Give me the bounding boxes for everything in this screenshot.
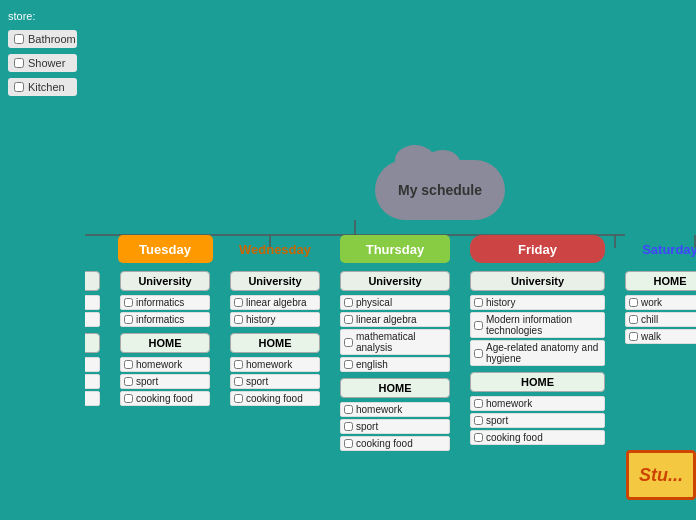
cb[interactable] (234, 315, 243, 324)
friday-university-box: University (470, 271, 605, 291)
shower-checkbox[interactable] (14, 58, 24, 68)
day-friday-col: Friday University history Modern informa… (460, 235, 615, 457)
tuesday-home-list: homework sport cooking food (120, 357, 210, 408)
shower-item[interactable]: Shower (8, 54, 77, 72)
cb[interactable] (474, 399, 483, 408)
list-item[interactable]: walk (625, 329, 696, 344)
cb[interactable] (474, 416, 483, 425)
list-item[interactable]: homework (230, 357, 320, 372)
tuesday-header: Tuesday (118, 235, 213, 263)
list-item[interactable]: english (340, 357, 450, 372)
list-item[interactable]: Age-related anatomy and hygiene (470, 340, 605, 366)
cb[interactable] (474, 321, 483, 330)
cb[interactable] (234, 394, 243, 403)
list-item[interactable]: work (625, 295, 696, 310)
thursday-header: Thursday (340, 235, 450, 263)
thursday-univ-label: University (368, 275, 421, 287)
bathroom-item[interactable]: Bathroom (8, 30, 77, 48)
list-item[interactable]: chill (625, 312, 696, 327)
list-item[interactable]: cooking food (120, 391, 210, 406)
list-item[interactable]: homework (470, 396, 605, 411)
cb[interactable] (234, 377, 243, 386)
kitchen-checkbox[interactable] (14, 82, 24, 92)
list-item[interactable]: sport (470, 413, 605, 428)
cb[interactable] (234, 298, 243, 307)
cb[interactable] (474, 349, 483, 358)
list-item[interactable]: homework (120, 357, 210, 372)
list-item[interactable]: informatics (85, 312, 100, 327)
list-item[interactable]: informatics (120, 295, 210, 310)
list-item[interactable]: cooking food (470, 430, 605, 445)
list-item[interactable]: sport (85, 374, 100, 389)
list-item[interactable]: cooking food (230, 391, 320, 406)
list-item[interactable]: physical (85, 295, 100, 310)
day-tuesday-col: Tuesday University informatics informati… (110, 235, 220, 457)
day-saturday-col: Saturday HOME work chill walk (615, 235, 696, 457)
list-item[interactable]: informatics (120, 312, 210, 327)
list-item[interactable]: Modern information technologies (470, 312, 605, 338)
cb[interactable] (344, 315, 353, 324)
cb[interactable] (344, 298, 353, 307)
main-area: My schedule Monday University physical i… (85, 0, 696, 520)
list-item[interactable]: cooking food (340, 436, 450, 451)
cb[interactable] (124, 315, 133, 324)
cb[interactable] (344, 405, 353, 414)
list-item[interactable]: homework (85, 357, 100, 372)
cb[interactable] (344, 439, 353, 448)
list-item[interactable]: linear algebra (230, 295, 320, 310)
tuesday-university-box: University (120, 271, 210, 291)
tuesday-home-box: HOME (120, 333, 210, 353)
list-item[interactable]: sport (230, 374, 320, 389)
cb[interactable] (629, 332, 638, 341)
cb[interactable] (124, 377, 133, 386)
cb[interactable] (474, 298, 483, 307)
cb[interactable] (124, 298, 133, 307)
monday-university-box: University (85, 271, 100, 291)
cb[interactable] (474, 433, 483, 442)
list-item[interactable]: mathematical analysis (340, 329, 450, 355)
day-thursday-col: Thursday University physical linear alge… (330, 235, 460, 457)
thursday-home-box: HOME (340, 378, 450, 398)
thursday-home-list: homework sport cooking food (340, 402, 450, 453)
cb[interactable] (234, 360, 243, 369)
cb[interactable] (124, 360, 133, 369)
list-item[interactable]: linear algebra (340, 312, 450, 327)
thursday-home-label: HOME (379, 382, 412, 394)
stu-label: Stu... (639, 465, 683, 486)
kitchen-label: Kitchen (28, 81, 65, 93)
list-item[interactable]: sport (120, 374, 210, 389)
friday-header: Friday (470, 235, 605, 263)
tuesday-univ-label: University (138, 275, 191, 287)
cb[interactable] (124, 394, 133, 403)
cb[interactable] (344, 360, 353, 369)
monday-home-box: HOME (85, 333, 100, 353)
days-wrapper: Monday University physical informatics H… (85, 235, 696, 457)
bathroom-checkbox[interactable] (14, 34, 24, 44)
bathroom-label: Bathroom (28, 33, 76, 45)
list-item[interactable]: sport (340, 419, 450, 434)
shower-label: Shower (28, 57, 65, 69)
friday-label: Friday (518, 242, 557, 257)
list-item[interactable]: physical (340, 295, 450, 310)
list-item[interactable]: history (470, 295, 605, 310)
cb[interactable] (629, 298, 638, 307)
wednesday-label: Wednesday (239, 242, 311, 257)
wednesday-university-box: University (230, 271, 320, 291)
thursday-univ-list: physical linear algebra mathematical ana… (340, 295, 450, 374)
day-monday-col: Monday University physical informatics H… (85, 235, 110, 457)
list-item[interactable]: homework (340, 402, 450, 417)
cb[interactable] (629, 315, 638, 324)
schedule-cloud: My schedule (375, 160, 505, 220)
thursday-label: Thursday (366, 242, 425, 257)
monday-univ-list: physical informatics (85, 295, 100, 329)
list-item[interactable]: history (230, 312, 320, 327)
cb[interactable] (344, 338, 353, 347)
stu-box: Stu... (626, 450, 696, 500)
kitchen-item[interactable]: Kitchen (8, 78, 77, 96)
saturday-home-box: HOME (625, 271, 696, 291)
cb[interactable] (344, 422, 353, 431)
list-item[interactable]: cooking food (85, 391, 100, 406)
left-panel: store: Bathroom Shower Kitchen (0, 0, 85, 520)
saturday-label: Saturday (642, 242, 696, 257)
friday-home-box: HOME (470, 372, 605, 392)
